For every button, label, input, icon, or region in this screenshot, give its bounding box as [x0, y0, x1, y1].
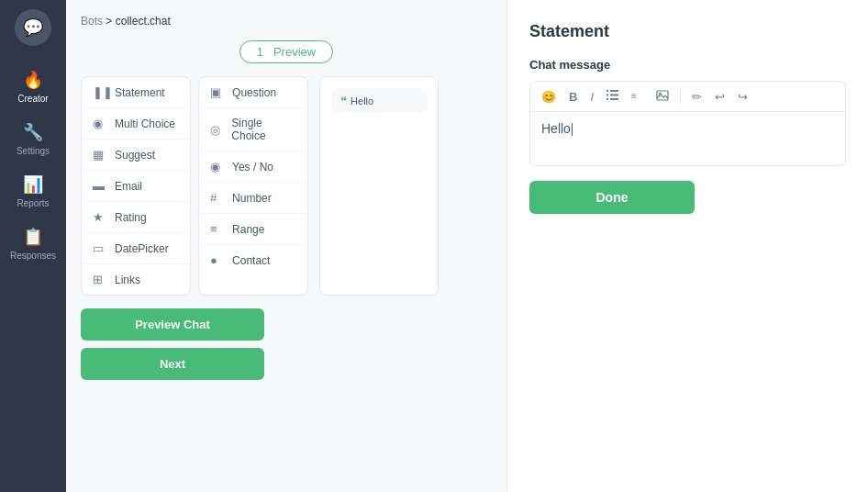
chat-icon: 💬 [23, 17, 43, 38]
block-col-right: ▣ Question ◎ Single Choice ◉ Yes / No # … [198, 76, 308, 296]
links-icon: ⊞ [93, 273, 107, 286]
sidebar: 💬 🔥 Creator 🔧 Settings 📊 Reports 📋 Respo… [0, 0, 66, 492]
next-button[interactable]: Next [81, 348, 264, 380]
block-contact[interactable]: ● Contact [199, 245, 307, 275]
single-choice-icon: ◎ [210, 123, 224, 137]
rating-icon: ★ [93, 210, 107, 224]
blocks-columns: ❚❚ Statement ◉ Multi Choice ▦ Suggest ▬ … [81, 76, 308, 296]
links-label: Links [115, 274, 140, 286]
message-text: Hello [541, 121, 571, 136]
chat-bubble-text: Hello [351, 95, 373, 106]
italic-button[interactable]: I [586, 88, 597, 106]
sidebar-item-responses[interactable]: 📋 Responses [0, 218, 66, 270]
chat-bubble: ❝ Hello [331, 88, 427, 113]
preview-label: Preview [273, 45, 316, 59]
block-rating[interactable]: ★ Rating [82, 202, 190, 233]
content-area: ❚❚ Statement ◉ Multi Choice ▦ Suggest ▬ … [81, 76, 492, 296]
ul-button[interactable] [603, 87, 622, 106]
responses-icon: 📋 [23, 227, 43, 247]
svg-rect-0 [606, 90, 608, 92]
number-icon: # [210, 191, 225, 205]
image-button[interactable] [652, 88, 673, 106]
multi-choice-icon: ◉ [93, 117, 107, 130]
toolbar-separator [680, 89, 681, 104]
block-suggest[interactable]: ▦ Suggest [82, 140, 190, 171]
block-yes-no[interactable]: ◉ Yes / No [199, 151, 307, 183]
sidebar-logo: 💬 [15, 9, 51, 46]
chat-message-label: Chat message [529, 58, 846, 72]
contact-icon: ● [210, 253, 225, 267]
statement-icon: ❚❚ [93, 85, 107, 99]
left-panel: Bots > collect.chat 1 Preview ❚❚ Stateme… [66, 0, 506, 492]
settings-icon: 🔧 [23, 122, 43, 142]
yes-no-label: Yes / No [232, 161, 273, 173]
sidebar-item-creator-label: Creator [17, 94, 48, 104]
done-button[interactable]: Done [529, 181, 695, 214]
preview-step: 1 [257, 45, 263, 59]
breadcrumb-current: collect.chat [116, 15, 171, 28]
buttons-row: Preview Chat Next [81, 308, 492, 380]
block-datepicker[interactable]: ▭ DatePicker [82, 233, 190, 264]
number-label: Number [232, 192, 272, 205]
block-question[interactable]: ▣ Question [199, 77, 307, 108]
panel-title: Statement [529, 22, 846, 41]
main-content: Bots > collect.chat 1 Preview ❚❚ Stateme… [66, 0, 868, 492]
redo-button[interactable]: ↪ [734, 88, 751, 106]
svg-rect-1 [610, 90, 618, 92]
email-label: Email [115, 180, 142, 193]
chat-preview: ❝ Hello [319, 76, 439, 296]
bold-button[interactable]: B [565, 88, 581, 106]
preview-tab[interactable]: 1 Preview [239, 40, 333, 63]
block-col-left: ❚❚ Statement ◉ Multi Choice ▦ Suggest ▬ … [81, 76, 191, 296]
text-editor[interactable]: Hello [529, 111, 846, 166]
email-icon: ▬ [93, 179, 107, 193]
range-label: Range [232, 223, 264, 236]
undo-button[interactable]: ↩ [711, 88, 729, 106]
right-panel: Statement Chat message 😊 B I ≡ ✏ ↩ ↪ Hel… [506, 0, 868, 492]
breadcrumb: Bots > collect.chat [81, 15, 492, 28]
block-links[interactable]: ⊞ Links [82, 264, 190, 295]
block-statement[interactable]: ❚❚ Statement [82, 77, 190, 108]
svg-rect-3 [610, 95, 618, 96]
pen-button[interactable]: ✏ [688, 88, 706, 106]
breadcrumb-separator: > [106, 15, 115, 28]
svg-rect-7 [657, 91, 668, 100]
single-choice-label: Single Choice [231, 117, 296, 142]
block-range[interactable]: ≡ Range [199, 214, 307, 245]
question-label: Question [232, 86, 276, 99]
range-icon: ≡ [210, 222, 225, 236]
datepicker-label: DatePicker [115, 242, 169, 255]
block-email[interactable]: ▬ Email [82, 171, 190, 202]
block-number[interactable]: # Number [199, 183, 307, 214]
sidebar-item-reports[interactable]: 📊 Reports [0, 165, 66, 218]
svg-rect-4 [606, 98, 608, 100]
datepicker-icon: ▭ [93, 241, 107, 255]
sidebar-item-creator[interactable]: 🔥 Creator [0, 61, 66, 113]
sidebar-item-reports-label: Reports [17, 198, 49, 208]
preview-tab-container: 1 Preview [81, 40, 492, 63]
yes-no-icon: ◉ [210, 160, 225, 173]
multi-choice-label: Multi Choice [115, 117, 175, 130]
ol-button[interactable]: ≡ [628, 87, 647, 106]
svg-rect-2 [606, 95, 608, 96]
question-icon: ▣ [210, 85, 225, 99]
rating-label: Rating [115, 211, 147, 224]
preview-chat-button[interactable]: Preview Chat [81, 308, 264, 341]
suggest-icon: ▦ [93, 148, 107, 162]
reports-icon: 📊 [23, 174, 43, 195]
statement-label: Statement [115, 86, 165, 99]
suggest-label: Suggest [115, 149, 155, 162]
sidebar-item-settings[interactable]: 🔧 Settings [0, 113, 66, 165]
block-single-choice[interactable]: ◎ Single Choice [199, 108, 307, 151]
breadcrumb-link[interactable]: Bots [81, 15, 103, 28]
block-multi-choice[interactable]: ◉ Multi Choice [82, 108, 190, 140]
sidebar-item-responses-label: Responses [10, 251, 56, 261]
emoji-button[interactable]: 😊 [538, 88, 560, 106]
creator-icon: 🔥 [23, 70, 43, 90]
quote-icon: ❝ [340, 94, 347, 107]
svg-rect-5 [610, 98, 618, 100]
sidebar-item-settings-label: Settings [17, 146, 50, 156]
toolbar: 😊 B I ≡ ✏ ↩ ↪ [529, 81, 846, 111]
text-cursor [572, 123, 573, 136]
contact-label: Contact [232, 254, 270, 267]
